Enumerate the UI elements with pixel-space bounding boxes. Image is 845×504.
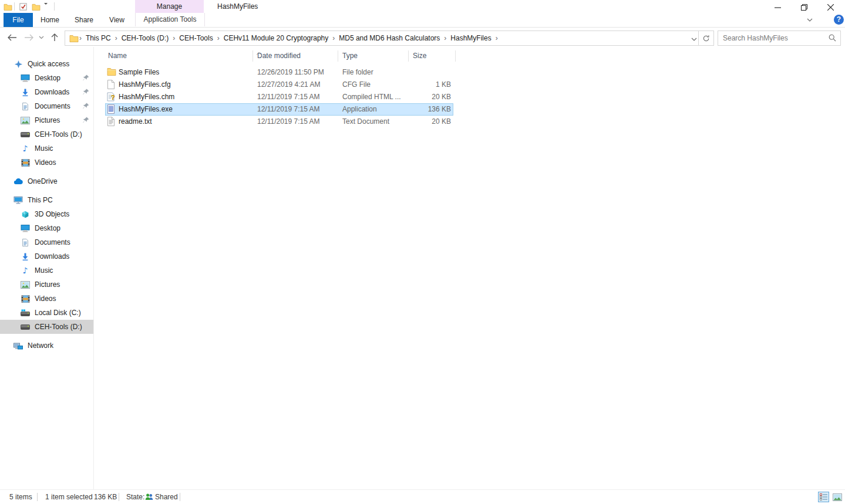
- selection-size: 136 KB: [94, 490, 117, 504]
- tab-share[interactable]: Share: [69, 13, 99, 27]
- sidebar-item-label: Music: [35, 266, 53, 275]
- sidebar-item-network[interactable]: Network: [0, 339, 93, 353]
- sidebar-item-desktop-pc[interactable]: Desktop: [0, 221, 93, 235]
- sidebar-item-ceh-tools-drive-selected[interactable]: CEH-Tools (D:): [0, 320, 93, 334]
- file-row-exe-selected[interactable]: HashMyFiles.exe 12/11/2019 7:15 AM Appli…: [105, 103, 453, 116]
- pin-icon: [82, 88, 90, 97]
- status-separator: [119, 493, 119, 501]
- file-name: HashMyFiles.exe: [119, 103, 173, 116]
- selection-count[interactable]: 1 item selected: [45, 490, 93, 504]
- address-bar[interactable]: › This PC › CEH-Tools (D:) › CEH-Tools ›…: [65, 31, 714, 46]
- qat-properties-icon[interactable]: [18, 2, 28, 11]
- collapse-ribbon-chevron-icon[interactable]: [804, 15, 815, 25]
- sidebar-item-label: Pictures: [35, 280, 60, 289]
- close-button[interactable]: [817, 0, 844, 14]
- back-icon[interactable]: [5, 28, 18, 47]
- search-box[interactable]: [718, 31, 841, 46]
- sidebar-item-ceh-tools-drive[interactable]: CEH-Tools (D:): [0, 127, 93, 141]
- column-separator[interactable]: [338, 50, 338, 62]
- ribbon-tab-row: File Home Share View Application Tools ?: [0, 13, 845, 27]
- file-row-cfg[interactable]: HashMyFiles.cfg 12/27/2019 4:21 AM CFG F…: [105, 79, 453, 91]
- downloads-icon: [21, 252, 30, 261]
- file-date: 12/11/2019 7:15 AM: [257, 91, 320, 103]
- column-header-size[interactable]: Size: [413, 49, 426, 63]
- 3d-objects-cube-icon: [21, 209, 30, 219]
- sidebar-item-this-pc[interactable]: This PC: [0, 193, 93, 207]
- sidebar-item-documents[interactable]: Documents: [0, 99, 93, 113]
- sidebar-item-videos[interactable]: Videos: [0, 155, 93, 170]
- breadcrumb-ceh-tools-drive[interactable]: CEH-Tools (D:): [118, 34, 173, 42]
- file-type: Compiled HTML ...: [342, 91, 401, 103]
- sidebar-item-label: Documents: [35, 238, 70, 246]
- help-button[interactable]: ?: [834, 15, 844, 25]
- file-type: CFG File: [342, 79, 371, 91]
- sidebar-item-music[interactable]: ♪ Music: [0, 141, 93, 155]
- this-pc-icon: [14, 195, 23, 205]
- file-row-chm[interactable]: ? HashMyFiles.chm 12/11/2019 7:15 AM Com…: [105, 91, 453, 103]
- contextual-tab-group-manage[interactable]: Manage: [135, 0, 204, 13]
- sidebar-item-downloads-pc[interactable]: Downloads: [0, 249, 93, 263]
- up-icon[interactable]: [48, 28, 61, 47]
- file-size: [396, 66, 451, 79]
- breadcrumb-this-pc[interactable]: This PC: [82, 34, 115, 42]
- sidebar-item-label: Network: [28, 341, 53, 350]
- search-icon[interactable]: [829, 34, 836, 43]
- desktop-icon: [21, 73, 30, 83]
- column-separator[interactable]: [408, 50, 409, 62]
- explorer-window: Manage HashMyFiles File Home Share View …: [0, 0, 845, 504]
- recent-locations-chevron-icon[interactable]: [36, 28, 46, 47]
- sidebar-item-downloads[interactable]: Downloads: [0, 85, 93, 99]
- status-bar: 5 items 1 item selected 136 KB State: Sh…: [0, 489, 845, 504]
- qat-new-folder-icon[interactable]: [31, 2, 41, 11]
- sidebar-item-music-pc[interactable]: ♪ Music: [0, 263, 93, 278]
- column-header-row: Name Date modified Type Size: [94, 49, 845, 63]
- breadcrumb-md5-md6[interactable]: MD5 and MD6 Hash Calculators: [335, 34, 443, 42]
- thumbnail-view-button[interactable]: [831, 492, 843, 502]
- sidebar-item-desktop[interactable]: Desktop: [0, 71, 93, 85]
- sidebar-item-pictures-pc[interactable]: Pictures: [0, 278, 93, 292]
- details-view-button[interactable]: [818, 492, 829, 502]
- file-date: 12/26/2019 11:50 PM: [257, 66, 324, 79]
- folder-icon: [107, 67, 116, 77]
- column-header-type[interactable]: Type: [342, 49, 358, 63]
- tab-file[interactable]: File: [4, 13, 33, 27]
- breadcrumb: › This PC › CEH-Tools (D:) › CEH-Tools ›…: [79, 31, 499, 45]
- column-header-date-modified[interactable]: Date modified: [257, 49, 301, 63]
- sidebar-item-3d-objects[interactable]: 3D Objects: [0, 207, 93, 221]
- minimize-button[interactable]: [765, 0, 791, 14]
- breadcrumb-chevron-icon[interactable]: ›: [495, 34, 499, 42]
- file-row-sample-files[interactable]: Sample Files 12/26/2019 11:50 PM File fo…: [105, 66, 453, 79]
- breadcrumb-ceh-tools[interactable]: CEH-Tools: [176, 34, 216, 42]
- text-file-icon: [107, 117, 116, 126]
- tab-home[interactable]: Home: [35, 13, 65, 27]
- qat-customize-dropdown-icon[interactable]: [44, 5, 49, 9]
- refresh-icon[interactable]: [698, 31, 713, 45]
- sidebar-item-documents-pc[interactable]: Documents: [0, 235, 93, 249]
- quick-access-star-icon: [14, 59, 23, 69]
- address-dropdown-chevron-icon[interactable]: [691, 35, 697, 43]
- search-input[interactable]: [722, 32, 824, 45]
- file-name: HashMyFiles.cfg: [119, 79, 171, 91]
- file-type: File folder: [342, 66, 373, 79]
- pin-icon: [82, 74, 90, 83]
- tab-application-tools[interactable]: Application Tools: [135, 13, 205, 26]
- documents-icon: [21, 238, 30, 247]
- sidebar-item-pictures[interactable]: Pictures: [0, 113, 93, 127]
- sidebar-item-label: Videos: [35, 158, 56, 167]
- sidebar-item-videos-pc[interactable]: Videos: [0, 292, 93, 306]
- sidebar-item-onedrive[interactable]: OneDrive: [0, 174, 93, 188]
- state-value: Shared: [155, 490, 178, 504]
- breadcrumb-module20[interactable]: CEHv11 Module 20 Cryptography: [220, 34, 332, 42]
- sidebar-item-local-disk-c[interactable]: Local Disk (C:): [0, 306, 93, 320]
- sidebar-item-quick-access[interactable]: Quick access: [0, 57, 93, 71]
- tab-view[interactable]: View: [103, 13, 130, 27]
- pictures-icon: [21, 280, 30, 289]
- file-row-readme[interactable]: readme.txt 12/11/2019 7:15 AM Text Docum…: [105, 116, 453, 128]
- restore-button[interactable]: [791, 0, 817, 14]
- column-separator[interactable]: [253, 50, 253, 62]
- file-type: Text Document: [342, 116, 389, 128]
- column-header-name[interactable]: Name: [108, 49, 127, 63]
- breadcrumb-hashmyfiles[interactable]: HashMyFiles: [447, 34, 494, 42]
- forward-icon[interactable]: [22, 28, 35, 47]
- column-separator[interactable]: [455, 50, 456, 62]
